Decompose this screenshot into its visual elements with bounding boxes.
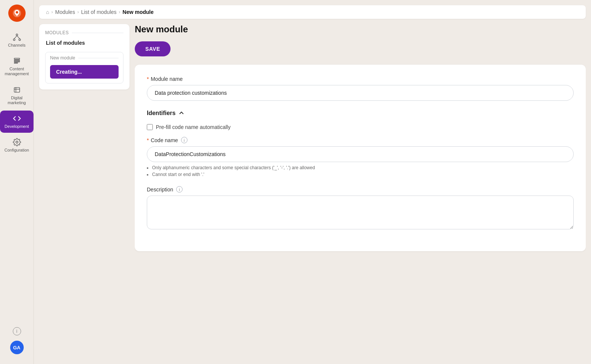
code-name-info-icon[interactable]: i	[181, 137, 187, 143]
module-name-required: *	[147, 76, 149, 82]
sidebar-item-digital-label: Digital marketing	[2, 96, 31, 105]
svg-rect-8	[14, 60, 20, 61]
svg-point-1	[15, 11, 18, 14]
right-panel: New module SAVE * Module name Identifier…	[135, 24, 586, 359]
breadcrumb-modules[interactable]: Modules	[55, 9, 75, 15]
code-name-label-text: Code name	[151, 137, 178, 143]
home-icon[interactable]: ⌂	[46, 9, 49, 15]
code-name-hint-1: Only alphanumeric characters and some sp…	[152, 165, 574, 170]
identifiers-section: Identifiers	[147, 110, 574, 117]
sidebar-nav: Channels Content management Digital mark…	[0, 29, 34, 327]
breadcrumb: ⌂ › Modules › List of modules › New modu…	[39, 5, 586, 19]
prefill-label: Pre-fill code name automatically	[156, 124, 230, 130]
save-button[interactable]: SAVE	[135, 41, 171, 56]
svg-rect-9	[14, 61, 20, 62]
sidebar-item-configuration-label: Configuration	[5, 148, 29, 153]
code-name-required: *	[147, 137, 149, 143]
module-name-input[interactable]	[147, 85, 574, 101]
description-group: Description i	[147, 186, 574, 231]
main-area: ⌂ › Modules › List of modules › New modu…	[34, 0, 591, 364]
module-name-label: * Module name	[147, 76, 574, 82]
breadcrumb-new-module: New module	[123, 9, 154, 15]
app-logo[interactable]	[8, 5, 26, 22]
sidebar-item-channels[interactable]: Channels	[0, 29, 34, 52]
left-panel: Modules List of modules New module Creat…	[39, 24, 129, 89]
description-label: Description i	[147, 186, 574, 193]
left-panel-section-title: Modules	[45, 30, 123, 35]
identifiers-title: Identifiers	[147, 110, 184, 117]
svg-line-6	[17, 36, 20, 39]
form-card: * Module name Identifiers	[135, 65, 586, 251]
breadcrumb-list-of-modules[interactable]: List of modules	[81, 9, 116, 15]
info-button[interactable]: i	[13, 327, 21, 335]
left-panel-sub-header: New module	[46, 52, 123, 62]
svg-point-14	[16, 141, 18, 143]
svg-line-5	[14, 36, 17, 39]
left-panel-sub-section: New module Creating...	[45, 52, 123, 83]
module-name-label-text: Module name	[151, 76, 183, 82]
sidebar: Channels Content management Digital mark…	[0, 0, 34, 364]
code-name-input[interactable]	[147, 146, 574, 162]
module-name-group: * Module name	[147, 76, 574, 101]
sidebar-item-development[interactable]: Development	[0, 111, 34, 133]
description-textarea[interactable]	[147, 196, 574, 229]
content-area: Modules List of modules New module Creat…	[34, 19, 591, 364]
svg-rect-11	[14, 87, 20, 92]
svg-point-4	[19, 39, 21, 41]
chevron-up-icon	[178, 110, 184, 116]
code-name-group: * Code name i Only alphanumeric characte…	[147, 137, 574, 177]
description-label-text: Description	[147, 187, 173, 193]
sidebar-item-development-label: Development	[5, 124, 29, 129]
code-name-hint-2: Cannot start or end with '.'	[152, 172, 574, 177]
sidebar-item-digital-marketing[interactable]: Digital marketing	[0, 82, 34, 109]
left-panel-list-of-modules[interactable]: List of modules	[45, 38, 123, 48]
svg-point-2	[16, 34, 18, 36]
sidebar-item-channels-label: Channels	[8, 43, 25, 48]
sidebar-item-content-label: Content management	[2, 67, 31, 76]
page-title: New module	[135, 24, 586, 35]
creating-button[interactable]: Creating...	[50, 65, 119, 79]
breadcrumb-sep-1: ›	[77, 9, 79, 15]
breadcrumb-sep-2: ›	[119, 9, 120, 15]
sidebar-item-configuration[interactable]: Configuration	[0, 134, 34, 156]
svg-point-3	[13, 39, 15, 41]
code-name-label: * Code name i	[147, 137, 574, 143]
code-name-hints: Only alphanumeric characters and some sp…	[152, 165, 574, 177]
breadcrumb-sep-0: ›	[51, 9, 53, 15]
description-info-icon[interactable]: i	[176, 186, 183, 193]
prefill-checkbox[interactable]	[147, 124, 153, 130]
sidebar-bottom: i GA	[10, 327, 24, 359]
sidebar-item-content-management[interactable]: Content management	[0, 53, 34, 80]
prefill-checkbox-row: Pre-fill code name automatically	[147, 124, 574, 130]
avatar[interactable]: GA	[10, 341, 24, 354]
svg-rect-7	[14, 58, 20, 59]
svg-rect-10	[14, 63, 17, 64]
